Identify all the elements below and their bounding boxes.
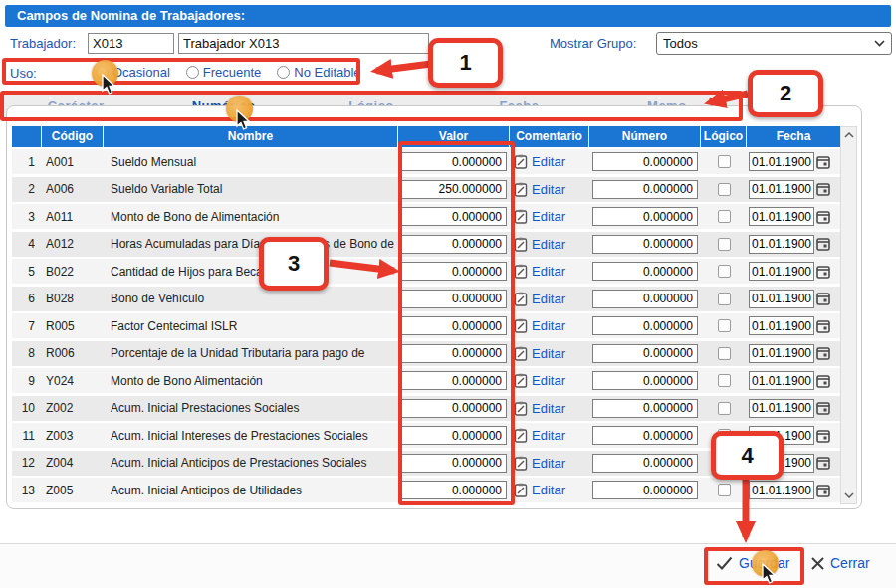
table-row: 11 Z003 Acum. Inicial Intereses de Prest… <box>12 423 840 448</box>
fecha-input[interactable] <box>749 152 814 171</box>
calendar-icon[interactable] <box>816 374 830 388</box>
fecha-input[interactable] <box>749 316 814 335</box>
numero-input[interactable] <box>592 180 698 199</box>
valor-input[interactable] <box>401 180 507 199</box>
trabajador-name-input[interactable] <box>178 33 429 54</box>
editar-link[interactable]: Editar <box>532 373 565 388</box>
editar-link[interactable]: Editar <box>532 237 565 252</box>
uso-radio-no-editable[interactable]: No Editable <box>277 65 360 80</box>
radio-circle-icon[interactable] <box>277 66 290 79</box>
numero-input[interactable] <box>592 371 698 390</box>
calendar-icon[interactable] <box>816 456 830 470</box>
save-button[interactable]: Guardar <box>716 555 789 571</box>
editar-link[interactable]: Editar <box>532 318 565 333</box>
editar-link[interactable]: Editar <box>532 456 565 471</box>
table-body: 1 A001 Sueldo Mensual Editar 2 A006 Suel… <box>12 149 840 502</box>
editar-link[interactable]: Editar <box>532 154 565 169</box>
valor-input[interactable] <box>401 454 507 473</box>
logico-checkbox[interactable] <box>718 484 731 496</box>
scroll-up-button[interactable] <box>841 127 856 143</box>
mostrar-grupo-select[interactable]: Todos <box>656 32 892 55</box>
valor-input[interactable] <box>401 399 507 418</box>
fecha-input[interactable] <box>749 235 814 254</box>
numero-input[interactable] <box>592 152 698 171</box>
logico-checkbox[interactable] <box>718 457 731 470</box>
numero-input[interactable] <box>592 481 698 499</box>
fecha-input[interactable] <box>749 180 814 199</box>
valor-input[interactable] <box>401 371 507 390</box>
radio-circle-icon[interactable] <box>186 66 199 79</box>
logico-checkbox[interactable] <box>718 347 731 360</box>
fecha-input[interactable] <box>749 426 814 445</box>
fecha-input[interactable] <box>749 481 814 499</box>
row-code: B022 <box>42 265 104 279</box>
logico-checkbox[interactable] <box>718 155 731 168</box>
calendar-icon[interactable] <box>816 237 830 251</box>
calendar-icon[interactable] <box>816 319 830 333</box>
calendar-icon[interactable] <box>816 429 830 443</box>
scroll-down-button[interactable] <box>841 488 856 503</box>
logico-checkbox[interactable] <box>718 429 731 442</box>
uso-radio-frecuente[interactable]: Frecuente <box>186 65 262 80</box>
logico-checkbox[interactable] <box>718 319 731 332</box>
editar-link[interactable]: Editar <box>532 182 565 197</box>
valor-input[interactable] <box>401 152 507 171</box>
numero-input[interactable] <box>592 262 698 281</box>
close-button[interactable]: Cerrar <box>811 555 870 571</box>
fecha-input[interactable] <box>749 399 814 418</box>
mostrar-grupo-label: Mostrar Grupo: <box>550 36 636 51</box>
valor-input[interactable] <box>401 481 507 499</box>
calendar-icon[interactable] <box>816 155 830 169</box>
editar-link[interactable]: Editar <box>532 209 565 224</box>
vertical-scrollbar[interactable] <box>840 126 857 504</box>
editar-link[interactable]: Editar <box>532 346 565 361</box>
col-fecha: Fecha <box>747 126 840 147</box>
calendar-icon[interactable] <box>816 346 830 360</box>
editar-link[interactable]: Editar <box>532 264 565 279</box>
logico-checkbox[interactable] <box>718 293 731 305</box>
calendar-icon[interactable] <box>816 484 830 497</box>
fecha-input[interactable] <box>749 262 814 281</box>
logico-checkbox[interactable] <box>718 402 731 415</box>
chevron-down-icon <box>844 492 854 498</box>
calendar-icon[interactable] <box>816 182 830 196</box>
numero-input[interactable] <box>592 290 698 308</box>
numero-input[interactable] <box>592 235 698 254</box>
fecha-input[interactable] <box>749 371 814 390</box>
logico-checkbox[interactable] <box>718 210 731 223</box>
editar-link[interactable]: Editar <box>532 483 565 497</box>
numero-input[interactable] <box>592 399 698 418</box>
trabajador-code-input[interactable] <box>88 33 174 54</box>
numero-input[interactable] <box>592 454 698 473</box>
editar-link[interactable]: Editar <box>532 428 565 443</box>
valor-input[interactable] <box>401 426 507 445</box>
editar-link[interactable]: Editar <box>532 292 565 306</box>
valor-input[interactable] <box>401 235 507 254</box>
numero-input[interactable] <box>592 344 698 363</box>
fecha-input[interactable] <box>749 454 814 473</box>
calendar-icon[interactable] <box>816 401 830 415</box>
calendar-icon[interactable] <box>816 265 830 279</box>
radio-circle-icon[interactable] <box>96 66 109 79</box>
row-number: 8 <box>12 346 42 360</box>
calendar-icon[interactable] <box>816 210 830 224</box>
numero-input[interactable] <box>592 426 698 445</box>
editar-link[interactable]: Editar <box>532 401 565 416</box>
valor-input[interactable] <box>401 316 507 335</box>
calendar-icon[interactable] <box>816 292 830 305</box>
fecha-input[interactable] <box>749 207 814 226</box>
uso-radio-ocasional[interactable]: Ocasional <box>96 65 170 80</box>
valor-input[interactable] <box>401 290 507 308</box>
valor-input[interactable] <box>401 207 507 226</box>
logico-checkbox[interactable] <box>718 265 731 278</box>
logico-checkbox[interactable] <box>718 183 731 196</box>
logico-checkbox[interactable] <box>718 238 731 251</box>
valor-input[interactable] <box>401 262 507 281</box>
numero-input[interactable] <box>592 207 698 226</box>
valor-input[interactable] <box>401 344 507 363</box>
logico-checkbox[interactable] <box>718 374 731 387</box>
numero-input[interactable] <box>592 316 698 335</box>
fecha-input[interactable] <box>749 290 814 308</box>
table-row: 9 Y024 Monto de Bono Alimentación Editar <box>12 368 840 393</box>
fecha-input[interactable] <box>749 344 814 363</box>
